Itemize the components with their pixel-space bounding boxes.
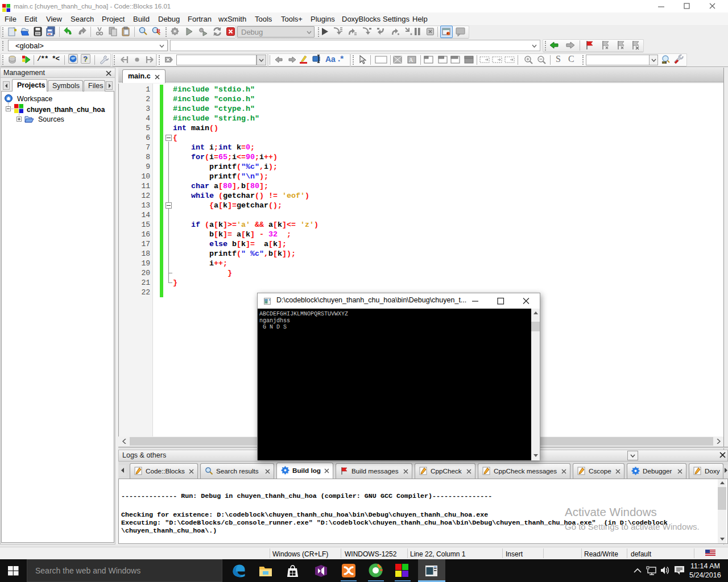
svg-text:A: A — [409, 57, 413, 63]
svg-text:R: R — [156, 28, 161, 34]
